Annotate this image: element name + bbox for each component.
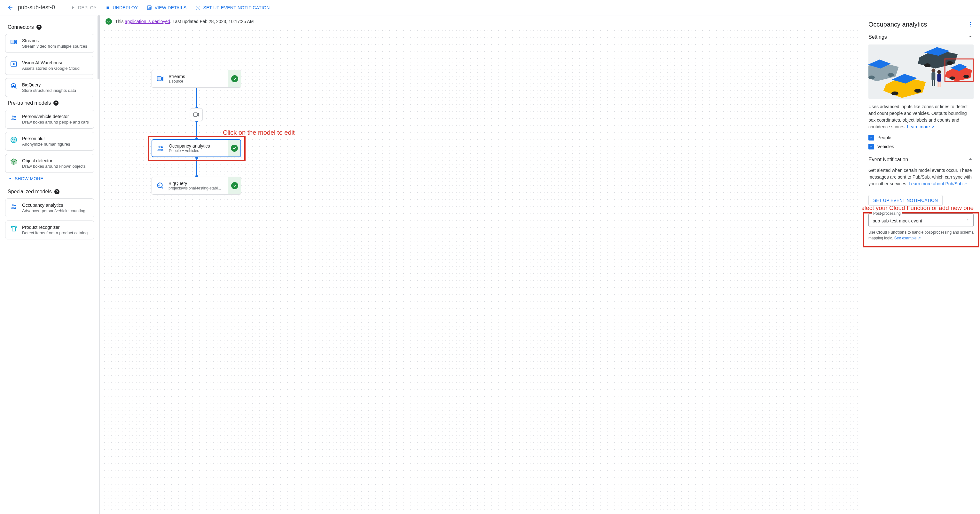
checkbox-vehicles[interactable] [869, 144, 874, 150]
deployed-link[interactable]: application is deployed [125, 19, 170, 24]
svg-point-3 [196, 6, 197, 6]
node-streams[interactable]: Streams1 source [151, 70, 241, 88]
help-icon[interactable]: ? [53, 101, 59, 105]
svg-point-30 [891, 91, 899, 95]
svg-point-32 [931, 69, 935, 72]
sidebar-item-object-detector[interactable]: Object detectorDraw boxes around known o… [5, 154, 94, 173]
annotation-box [148, 136, 245, 161]
video-icon [156, 74, 165, 83]
setup-event-notification-button[interactable]: SET UP EVENT NOTIFICATION [196, 5, 270, 10]
undeploy-button[interactable]: UNDEPLOY [105, 5, 138, 10]
shirt-icon [10, 225, 18, 232]
settings-description: Uses advanced inputs like zones or lines… [869, 104, 974, 130]
back-button[interactable] [5, 3, 15, 13]
check-icon [231, 75, 238, 82]
svg-point-16 [14, 205, 16, 206]
video-icon [10, 38, 18, 46]
svg-point-2 [197, 7, 199, 8]
edge [196, 87, 197, 108]
check-icon [105, 18, 112, 25]
show-more-button[interactable]: SHOW MORE [8, 176, 94, 181]
people-icon [10, 114, 18, 121]
svg-rect-18 [194, 113, 197, 117]
bigquery-icon [156, 181, 165, 190]
svg-point-29 [888, 73, 894, 77]
connectors-heading: Connectors ? [8, 24, 94, 30]
help-icon[interactable]: ? [54, 189, 59, 194]
node-bigquery[interactable]: BigQueryprojects/visionai-testing-stabl.… [151, 177, 241, 195]
svg-point-12 [11, 137, 17, 143]
svg-rect-38 [937, 81, 939, 87]
event-notification-heading: Event Notification [869, 157, 908, 163]
svg-rect-7 [11, 40, 15, 44]
checkbox-people-label: People [877, 135, 891, 140]
sidebar: Connectors ? StreamsStream video from mu… [0, 15, 100, 514]
sidebar-item-person-vehicle[interactable]: Person/vehicle detectorDraw boxes around… [5, 110, 94, 129]
deploy-button: DEPLOY [70, 5, 97, 10]
sidebar-item-streams[interactable]: StreamsStream video from multiple source… [5, 34, 94, 53]
pubsub-link[interactable]: Learn more about Pub/Sub [909, 181, 967, 186]
sidebar-item-person-blur[interactable]: Person blurAnonymize human figures [5, 132, 94, 151]
annotation-text: Select your Cloud Function or add new on… [862, 204, 974, 212]
svg-point-28 [869, 75, 875, 79]
dropdown-arrow-icon [966, 218, 969, 223]
sidebar-item-bigquery[interactable]: BigQueryStore structured insights data [5, 78, 94, 97]
svg-point-11 [14, 116, 16, 118]
svg-rect-35 [934, 80, 935, 86]
learn-more-link[interactable]: Learn more [907, 124, 934, 129]
pretrained-heading: Pre-trained models ? [8, 100, 94, 106]
svg-rect-37 [937, 74, 941, 81]
check-icon [231, 182, 238, 189]
app-title: pub-sub-test-0 [18, 4, 55, 11]
svg-point-5 [196, 9, 197, 9]
chevron-up-icon[interactable] [967, 156, 974, 163]
post-processing-select[interactable]: Post-processing pub-sub-test-mock-event [869, 214, 974, 227]
svg-point-26 [949, 77, 955, 80]
sidebar-item-warehouse[interactable]: Vision AI WarehouseAssets stored on Goog… [5, 56, 94, 75]
checkbox-vehicles-label: Vehicles [877, 144, 894, 149]
svg-point-23 [924, 63, 931, 67]
face-icon [10, 136, 18, 144]
svg-rect-17 [157, 77, 161, 81]
svg-point-24 [947, 61, 953, 65]
svg-rect-39 [939, 81, 941, 87]
svg-point-13 [13, 139, 13, 140]
status-banner: This application is deployed. Last updat… [100, 15, 862, 27]
sidebar-item-product-recognizer[interactable]: Product recognizerDetect items from a pr… [5, 220, 94, 239]
more-menu-icon[interactable]: ⋮ [967, 21, 974, 28]
view-details-button[interactable]: VIEW DETAILS [147, 5, 186, 10]
svg-rect-34 [932, 80, 933, 86]
specialized-heading: Specialized models ? [8, 189, 94, 195]
svg-point-27 [963, 75, 969, 78]
illustration [869, 45, 974, 99]
svg-point-10 [12, 115, 14, 117]
svg-rect-33 [931, 72, 935, 80]
play-rect-icon [10, 60, 18, 68]
canvas[interactable]: This application is deployed. Last updat… [100, 15, 862, 514]
panel-title: Occupancy analytics [869, 21, 927, 28]
svg-point-6 [199, 9, 200, 9]
svg-point-15 [12, 204, 14, 206]
settings-heading: Settings [869, 34, 887, 40]
sidebar-item-occupancy[interactable]: Occupancy analyticsAdvanced person/vehic… [5, 198, 94, 217]
people-icon [10, 203, 18, 210]
setup-event-button[interactable]: SET UP EVENT NOTIFICATION [869, 195, 943, 206]
svg-point-31 [915, 89, 921, 93]
event-description: Get alerted when certain model events oc… [869, 167, 974, 187]
chevron-up-icon[interactable] [967, 33, 974, 41]
svg-point-36 [937, 70, 941, 74]
bigquery-icon [10, 82, 18, 90]
mid-video-icon[interactable] [190, 108, 203, 121]
checkbox-people[interactable] [869, 135, 874, 140]
right-panel: Occupancy analytics ⋮ Settings [862, 15, 980, 514]
help-icon[interactable]: ? [37, 25, 41, 30]
svg-point-14 [14, 139, 15, 140]
annotation-text: Click on the model to edit [223, 129, 295, 136]
svg-rect-0 [107, 6, 109, 9]
cube-icon [10, 158, 18, 166]
svg-point-4 [199, 6, 200, 6]
